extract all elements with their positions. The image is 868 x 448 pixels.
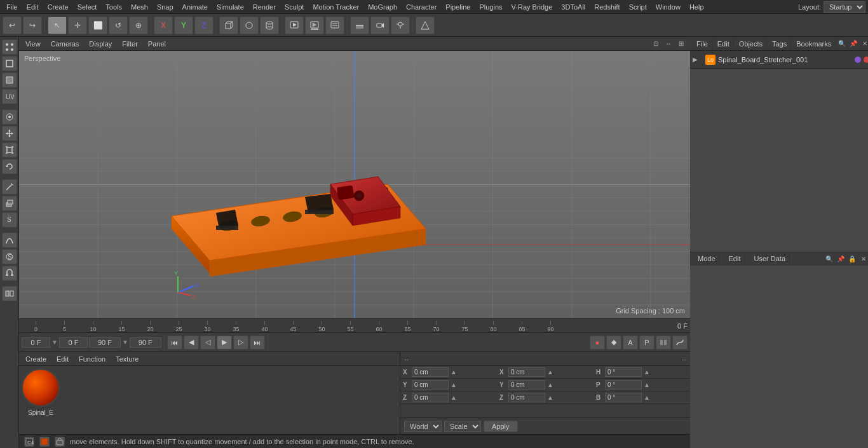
menu-file[interactable]: File [3,2,22,12]
object-dot-1[interactable] [855,57,861,63]
select-tool-button[interactable]: ↖ [48,17,67,34]
undo-button[interactable]: ↩ [3,17,22,34]
scale-tool-button[interactable]: ⬜ [88,17,107,34]
viewport-menu-cameras[interactable]: Cameras [48,39,82,49]
rotate-tool-button[interactable]: ↺ [109,17,128,34]
autokey-button[interactable]: A [623,336,638,350]
cylinder-button[interactable] [260,17,279,34]
x-pos-input[interactable] [412,367,449,377]
right-tab-objects[interactable]: Objects [735,39,767,49]
viewport-menu-filter[interactable]: Filter [119,39,140,49]
end-frame-input[interactable] [89,337,121,348]
next-frame-button[interactable]: ▷ [233,336,248,350]
edges-mode-button[interactable] [2,56,17,71]
scale-left-button[interactable] [2,142,17,158]
menu-vray[interactable]: V-Ray Bridge [508,2,557,12]
y-size-input[interactable] [508,380,545,390]
x-size-input[interactable] [508,367,545,377]
attrs-edit-tab[interactable]: Edit [725,254,745,264]
points-mode-button[interactable] [2,39,17,55]
attrs-userdata-tab[interactable]: User Data [750,254,790,264]
menu-3dtoall[interactable]: 3DToAll [557,2,589,12]
right-tab-tags[interactable]: Tags [768,39,791,49]
menu-animate[interactable]: Animate [179,2,212,12]
status-icon-1[interactable]: C4 [24,437,34,447]
x-size-up[interactable]: ▲ [546,369,554,376]
scale-dropdown[interactable]: Scale [444,421,481,432]
menu-script[interactable]: Script [625,2,651,12]
object-dot-2[interactable] [864,57,868,63]
menu-tools[interactable]: Tools [102,2,126,12]
prev-frame-button[interactable]: ◀ [184,336,199,350]
h-rot-input[interactable] [605,367,642,377]
viewport-menu-view[interactable]: View [23,39,43,49]
mirror-tool-button[interactable] [2,286,17,301]
keyframe-button[interactable]: ◆ [606,336,621,350]
y-size-up[interactable]: ▲ [546,381,554,388]
mat-menu-create[interactable]: Create [23,354,49,364]
paint-tool-button[interactable]: S [2,249,17,264]
viewport-menu-display[interactable]: Display [86,39,114,49]
layout-dropdown[interactable]: Startup [824,1,865,13]
y-axis-button[interactable]: Y [174,17,193,34]
render-settings-button[interactable] [325,17,344,34]
status-icon-2[interactable] [39,437,50,447]
menu-render[interactable]: Render [249,2,280,12]
extrude-button[interactable] [2,196,17,211]
play-button[interactable]: ▶ [217,336,232,350]
viewport-icon-3[interactable]: ⊞ [676,39,686,49]
mat-menu-edit[interactable]: Edit [54,354,71,364]
viewport[interactable]: X Y Z Perspective Grid Spacing : 100 cm [19,51,690,318]
b-rot-up[interactable]: ▲ [643,394,651,401]
menu-pipeline[interactable]: Pipeline [442,2,474,12]
end-frame-input2[interactable] [130,337,161,348]
bridge-tool-button[interactable]: S [2,212,17,227]
penumbra-button[interactable] [416,17,435,34]
right-tab-edit[interactable]: Edit [714,39,734,49]
right-snap-icon[interactable]: 📌 [848,39,858,49]
object-row[interactable]: ▶ Lo Spinal_Board_Stretcher_001 [690,51,868,69]
z-axis-button[interactable]: Z [194,17,214,34]
transform-tool-button[interactable]: ⊕ [129,17,148,34]
menu-character[interactable]: Character [402,2,440,12]
goto-start-button[interactable]: ⏮ [167,336,182,350]
menu-mesh[interactable]: Mesh [127,2,152,12]
record-button[interactable]: ● [590,336,605,350]
timeline-btn[interactable] [656,336,671,350]
render-view-button[interactable] [285,17,304,34]
attrs-x-icon[interactable]: ✕ [858,254,868,264]
menu-create[interactable]: Create [44,2,72,12]
menu-plugins[interactable]: Plugins [475,2,506,12]
viewport-menu-panel[interactable]: Panel [146,39,168,49]
pose-button[interactable]: P [639,336,654,350]
menu-mograph[interactable]: MoGraph [364,2,401,12]
uv-mode-button[interactable]: UV [2,89,17,104]
prev-play-button[interactable]: ◁ [200,336,215,350]
mat-menu-function[interactable]: Function [76,354,108,364]
z-size-up[interactable]: ▲ [546,394,554,401]
polygon-mode-button[interactable] [2,72,17,88]
knife-tool-button[interactable] [2,179,17,194]
floor-button[interactable] [350,17,369,34]
menu-window[interactable]: Window [652,2,684,12]
move-button[interactable] [2,126,17,141]
material-ball[interactable] [22,369,60,407]
start-frame-input2[interactable] [59,337,88,348]
right-x-icon[interactable]: ✕ [860,39,868,49]
x-axis-button[interactable]: X [154,17,173,34]
goto-end-button[interactable]: ⏭ [250,336,265,350]
menu-sculpt[interactable]: Sculpt [281,2,308,12]
z-pos-up[interactable]: ▲ [450,394,458,401]
live-select-button[interactable] [2,109,17,125]
menu-motion-tracker[interactable]: Motion Tracker [309,2,363,12]
apply-button[interactable]: Apply [484,421,518,432]
attrs-pin-icon[interactable]: 📌 [836,254,846,264]
spline-tool-button[interactable] [2,233,17,248]
x-pos-up[interactable]: ▲ [450,369,458,376]
curves-button[interactable] [672,336,688,350]
p-rot-up[interactable]: ▲ [643,381,651,388]
rotate-left-button[interactable] [2,159,17,174]
menu-simulate[interactable]: Simulate [213,2,248,12]
y-pos-input[interactable] [412,380,449,390]
menu-snap[interactable]: Snap [153,2,177,12]
